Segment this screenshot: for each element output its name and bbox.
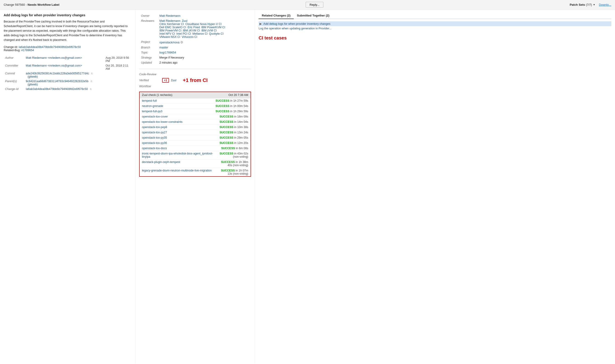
- list-item: openstack-tox-docs SUCCESS in 6m 08s: [140, 146, 251, 151]
- parent-copy-icon[interactable]: ⎘: [91, 80, 92, 83]
- author-date: Aug 29, 2018 9:56 PM: [104, 55, 132, 63]
- committer-value: Matt Riedemann <mriedem.os@gmail.com>: [24, 63, 104, 71]
- change-id-label-row: Change-Id: [4, 87, 24, 91]
- parent-label: Parent(s): [4, 79, 24, 87]
- reviewer-link[interactable]: Zuul: [182, 19, 187, 23]
- table-row: Parent(s) 9c842d1aa68d67383114f783c94649…: [4, 79, 132, 87]
- ci-job-link[interactable]: devstack-plugin-ceph-tempest: [142, 160, 221, 164]
- related-change-link[interactable]: Log the operation when updating generati…: [259, 27, 332, 30]
- download-button[interactable]: Downlo...: [599, 3, 611, 6]
- reply-button[interactable]: Reply...: [306, 2, 323, 8]
- ci-result: SUCCESS in 1h 27m 59s: [216, 99, 248, 102]
- change-id-footer-link[interactable]: Ia6ab3ab4dea08b479bb6b794f408fd2e6f678c5…: [19, 45, 80, 49]
- reviewer-link[interactable]: IBM zVM CI: [201, 29, 217, 32]
- commit-label: Commit: [4, 71, 24, 79]
- reviewer-link[interactable]: Citrix XenServer CI: [159, 23, 184, 26]
- patch-sets-dropdown-icon[interactable]: ▼: [593, 3, 595, 6]
- ci-result: SUCCESS in 1h 07m13s (non-voting): [221, 169, 248, 175]
- change-status: Needs Workflow Label: [27, 3, 59, 6]
- change-id-date-empty: [104, 87, 132, 91]
- patch-sets-section: Patch Sets (7/7) ▼: [570, 3, 595, 6]
- reviewer-link[interactable]: Quobyte CI: [209, 32, 224, 35]
- related-bug-line: Related-Bug: #1789654: [4, 49, 132, 52]
- commit-copy-icon[interactable]: ⎘: [91, 72, 93, 75]
- ci-result: SUCCESS in 6m 08s: [221, 147, 248, 150]
- table-row: Change-Id Ia6ab3ab4dea08b479bb6b794f408f…: [4, 87, 132, 91]
- updated-value: 2 minutes ago: [158, 60, 251, 65]
- ci-result: SUCCESS in 43m 02s(non-voting): [220, 152, 248, 158]
- ci-job-link[interactable]: openstack-tox-docs: [142, 147, 221, 150]
- reviewer-link[interactable]: Dell EMC ScaleIO CI: [159, 26, 186, 29]
- ci-job-link[interactable]: openstack-tox-lower-constraints: [142, 120, 220, 123]
- reviewer-link[interactable]: IBM zKVM CI: [183, 29, 200, 32]
- ci-job-link[interactable]: tempest-full: [142, 99, 216, 102]
- list-item: ironic-tempest-dsvm-ipa-wholedisk-bios-a…: [140, 151, 251, 159]
- vote-user-link[interactable]: Zuul: [171, 79, 176, 82]
- commit-gitweb[interactable]: (gitweb): [27, 75, 38, 78]
- author-label: Author: [4, 55, 24, 63]
- list-item: tempest-full-py3 SUCCESS in 1h 29m 59s: [140, 109, 251, 114]
- related-item: Log the operation when updating generati…: [259, 26, 611, 31]
- reviewer-link[interactable]: Mellanox CI: [192, 32, 208, 35]
- project-value: openstack/nova ⚙: [158, 39, 251, 45]
- owner-value: Matt Riedemann: [158, 13, 251, 18]
- parent-hash: 9c842d1aa68d67383114f783c946492282832e5b: [26, 80, 88, 83]
- committer-link[interactable]: Matt Riedemann <mriedem.os@gmail.com>: [26, 64, 82, 67]
- reviewer-link[interactable]: Intel PCI CI: [176, 32, 191, 35]
- related-bug-link[interactable]: #1789654: [21, 49, 34, 52]
- ci-job-link[interactable]: openstack-tox-py36: [142, 141, 220, 144]
- reviewer-link[interactable]: VMware NSX CI: [159, 35, 180, 39]
- ci-result: SUCCESS in 1h 00m 54s: [216, 104, 248, 108]
- table-row: Topic bug/1789654: [139, 50, 251, 55]
- parent-gitweb[interactable]: (gitweb): [27, 83, 38, 86]
- ci-job-link[interactable]: tempest-full-py3: [142, 110, 216, 113]
- reviewer-link[interactable]: IBM PowerKVM CI: [201, 26, 225, 29]
- tab-related-changes[interactable]: Related Changes (2): [259, 13, 294, 19]
- ci-job-link[interactable]: openstack-tox-py27: [142, 131, 220, 134]
- related-change-link[interactable]: Add debug logs for when provider invento…: [263, 22, 331, 26]
- topic-link[interactable]: bug/1789654: [159, 51, 176, 54]
- commit-hash: ade240b392563914c1bddc228a3eb00585177d4c: [26, 72, 89, 75]
- tab-submitted-together[interactable]: Submitted Together (2): [294, 13, 333, 19]
- ci-job-link[interactable]: openstack-tox-py35: [142, 136, 220, 139]
- reviewers-ci-row2: Dell EMC ScaleIO CI Eric Fried IBM Power…: [159, 26, 249, 29]
- reviewer-link[interactable]: Virtuozzo CI: [182, 35, 197, 39]
- table-row: Project openstack/nova ⚙: [139, 39, 251, 45]
- vote-plus1-badge: +1: [162, 78, 169, 83]
- ci-result: SUCCESS in 18m 09s: [220, 115, 248, 118]
- reviewer-link[interactable]: Matt Riedemann: [159, 19, 181, 23]
- list-item: devstack-plugin-ceph-tempest SUCCESS in …: [140, 159, 251, 168]
- list-item: neutron-grenade SUCCESS in 1h 00m 54s: [140, 104, 251, 109]
- ci-table-header: Zuul check (1 rechecks) Oct 20 7:38 AM: [140, 92, 251, 98]
- table-row: Branch master: [139, 45, 251, 50]
- committer-date: Oct 20, 2018 2:11 AM: [104, 63, 132, 71]
- reviewer-link[interactable]: IBM PowerVM CI: [159, 29, 181, 32]
- change-footer: Change-Id: Ia6ab3ab4dea08b479bb6b794f408…: [4, 45, 132, 52]
- owner-link[interactable]: Matt Riedemann: [159, 14, 181, 17]
- reviewers-ci-row1: Citrix XenServer CI Cloudbase Nova Hyper…: [159, 23, 249, 26]
- reviewer-link[interactable]: Cloudbase Nova Hyper-V CI: [185, 23, 222, 26]
- commit-table: Author Matt Riedemann <mriedem.os@gmail.…: [4, 55, 132, 91]
- ci-job-link[interactable]: legacy-grenade-dsvm-neutron-multinode-li…: [142, 169, 221, 172]
- reviewer-link[interactable]: Eric Fried: [188, 26, 200, 29]
- change-id-footer-label: Change-Id:: [4, 45, 19, 49]
- reviewer-link[interactable]: Intel NFV CI: [159, 32, 175, 35]
- change-description: Because of the ProviderTree caching invo…: [4, 19, 132, 42]
- table-row: Owner Matt Riedemann: [139, 13, 251, 18]
- list-item: openstack-tox-lower-constraints SUCCESS …: [140, 119, 251, 125]
- list-item: openstack-tox-cover SUCCESS in 18m 09s: [140, 114, 251, 119]
- ci-job-link[interactable]: openstack-tox-cover: [142, 115, 220, 118]
- gear-icon[interactable]: ⚙: [180, 40, 183, 44]
- reviewers-ci-row5: VMware NSX CI Virtuozzo CI: [159, 35, 249, 39]
- middle-panel: Owner Matt Riedemann Reviewers Matt Ried…: [135, 10, 255, 364]
- ci-test-cases-annotation: CI test cases: [259, 35, 611, 41]
- ci-job-link[interactable]: neutron-grenade: [142, 104, 216, 108]
- table-row: Strategy Merge if Necessary: [139, 55, 251, 60]
- project-link[interactable]: openstack/nova: [159, 41, 180, 44]
- ci-job-link[interactable]: ironic-tempest-dsvm-ipa-wholedisk-bios-a…: [142, 152, 220, 158]
- branch-link[interactable]: master: [159, 46, 168, 49]
- list-item: openstack-tox-pep8 SUCCESS in 10m 38s: [140, 125, 251, 130]
- author-link[interactable]: Matt Riedemann <mriedem.os@gmail.com>: [26, 56, 82, 59]
- change-id-copy-icon[interactable]: ⎘: [90, 88, 92, 91]
- ci-job-link[interactable]: openstack-tox-pep8: [142, 126, 220, 129]
